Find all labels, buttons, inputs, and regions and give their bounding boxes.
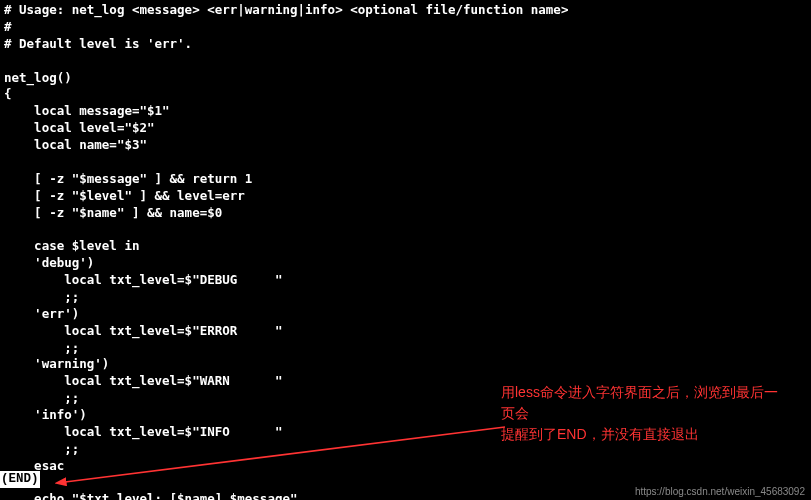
code-line: [ -z "$level" ] && level=err xyxy=(4,188,245,203)
watermark-text: https://blog.csdn.net/weixin_45683092 xyxy=(635,485,805,499)
code-line: ;; xyxy=(4,390,79,405)
code-line: local txt_level=$"ERROR " xyxy=(4,323,282,338)
code-line: 'warning') xyxy=(4,356,109,371)
code-line: ;; xyxy=(4,441,79,456)
code-line: { xyxy=(4,86,12,101)
code-line: # Usage: net_log <message> <err|warning|… xyxy=(4,2,568,17)
code-line: [ -z "$name" ] && name=$0 xyxy=(4,205,222,220)
code-line: local txt_level=$"DEBUG " xyxy=(4,272,282,287)
code-line: local txt_level=$"WARN " xyxy=(4,373,282,388)
less-end-marker[interactable]: (END) xyxy=(0,471,40,488)
annotation-line: 用less命令进入字符界面之后，浏览到最后一页会 xyxy=(501,382,791,424)
code-line: ;; xyxy=(4,340,79,355)
code-line: local level="$2" xyxy=(4,120,155,135)
code-line: 'debug') xyxy=(4,255,94,270)
code-line: local name="$3" xyxy=(4,137,147,152)
code-line: 'info') xyxy=(4,407,87,422)
code-line: 'err') xyxy=(4,306,79,321)
code-line: # xyxy=(4,19,12,34)
code-line: [ -z "$message" ] && return 1 xyxy=(4,171,252,186)
code-line: local message="$1" xyxy=(4,103,170,118)
code-line: net_log() xyxy=(4,70,72,85)
code-line: local txt_level=$"INFO " xyxy=(4,424,282,439)
code-line: ;; xyxy=(4,289,79,304)
code-line: echo "$txt_level: [$name] $message" xyxy=(4,491,298,500)
code-line: # Default level is 'err'. xyxy=(4,36,192,51)
annotation-line: 提醒到了END，并没有直接退出 xyxy=(501,424,791,445)
annotation-text: 用less命令进入字符界面之后，浏览到最后一页会 提醒到了END，并没有直接退出 xyxy=(501,382,791,445)
code-line: case $level in xyxy=(4,238,139,253)
